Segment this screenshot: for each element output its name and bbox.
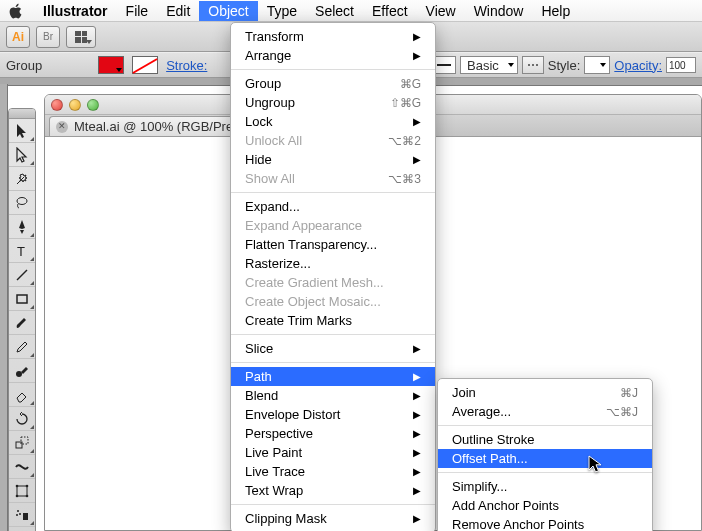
direct-selection-tool[interactable] bbox=[9, 143, 35, 167]
scale-tool[interactable] bbox=[9, 431, 35, 455]
symbol-sprayer-tool[interactable] bbox=[9, 503, 35, 527]
menu-type[interactable]: Type bbox=[258, 1, 306, 21]
line-tool[interactable] bbox=[9, 263, 35, 287]
apple-menu-icon[interactable] bbox=[8, 3, 24, 19]
menu-item-label: Blend bbox=[245, 388, 278, 403]
style-select[interactable] bbox=[584, 56, 610, 74]
path-menu-item-add-anchor-points[interactable]: Add Anchor Points bbox=[438, 496, 652, 515]
menu-item-label: Slice bbox=[245, 341, 273, 356]
stroke-swatch[interactable] bbox=[132, 56, 158, 74]
object-menu-item-expand-appearance: Expand Appearance bbox=[231, 216, 435, 235]
path-submenu: Join⌘JAverage...⌥⌘JOutline StrokeOffset … bbox=[437, 378, 653, 531]
submenu-arrow-icon: ▶ bbox=[413, 447, 421, 458]
object-menu-item-hide[interactable]: Hide▶ bbox=[231, 150, 435, 169]
type-tool[interactable]: T bbox=[9, 239, 35, 263]
pencil-tool[interactable] bbox=[9, 335, 35, 359]
object-menu-item-rasterize[interactable]: Rasterize... bbox=[231, 254, 435, 273]
close-window-button[interactable] bbox=[51, 99, 63, 111]
object-menu-item-create-trim-marks[interactable]: Create Trim Marks bbox=[231, 311, 435, 330]
object-menu-item-clipping-mask[interactable]: Clipping Mask▶ bbox=[231, 509, 435, 528]
menu-app-name[interactable]: Illustrator bbox=[34, 1, 117, 21]
rectangle-tool[interactable] bbox=[9, 287, 35, 311]
zoom-window-button[interactable] bbox=[87, 99, 99, 111]
object-menu-item-lock[interactable]: Lock▶ bbox=[231, 112, 435, 131]
object-menu-item-envelope-distort[interactable]: Envelope Distort▶ bbox=[231, 405, 435, 424]
object-menu-item-flatten-transparency[interactable]: Flatten Transparency... bbox=[231, 235, 435, 254]
rotate-tool[interactable] bbox=[9, 407, 35, 431]
menu-select[interactable]: Select bbox=[306, 1, 363, 21]
submenu-arrow-icon: ▶ bbox=[413, 154, 421, 165]
menu-item-label: Flatten Transparency... bbox=[245, 237, 377, 252]
menu-item-label: Ungroup bbox=[245, 95, 295, 110]
width-tool[interactable] bbox=[9, 455, 35, 479]
submenu-arrow-icon: ▶ bbox=[413, 371, 421, 382]
submenu-arrow-icon: ▶ bbox=[413, 343, 421, 354]
path-menu-item-remove-anchor-points[interactable]: Remove Anchor Points bbox=[438, 515, 652, 531]
tools-panel: T bbox=[8, 108, 36, 531]
object-menu-item-ungroup[interactable]: Ungroup⇧⌘G bbox=[231, 93, 435, 112]
object-menu-item-transform[interactable]: Transform▶ bbox=[231, 27, 435, 46]
object-menu-item-perspective[interactable]: Perspective▶ bbox=[231, 424, 435, 443]
fill-swatch[interactable] bbox=[98, 56, 124, 74]
submenu-arrow-icon: ▶ bbox=[413, 409, 421, 420]
graph-tool[interactable] bbox=[9, 527, 35, 531]
selection-tool[interactable] bbox=[9, 119, 35, 143]
magic-wand-tool[interactable] bbox=[9, 167, 35, 191]
path-menu-item-average[interactable]: Average...⌥⌘J bbox=[438, 402, 652, 421]
menu-object[interactable]: Object bbox=[199, 1, 257, 21]
svg-point-11 bbox=[26, 494, 29, 497]
close-tab-icon[interactable]: ✕ bbox=[56, 121, 68, 133]
stroke-panel-link[interactable]: Stroke: bbox=[166, 58, 207, 73]
menu-help[interactable]: Help bbox=[532, 1, 579, 21]
object-menu-item-blend[interactable]: Blend▶ bbox=[231, 386, 435, 405]
menu-view[interactable]: View bbox=[417, 1, 465, 21]
menu-item-label: Unlock All bbox=[245, 133, 302, 148]
menu-shortcut: ⌘J bbox=[620, 386, 638, 400]
pen-tool[interactable] bbox=[9, 215, 35, 239]
menu-window[interactable]: Window bbox=[465, 1, 533, 21]
path-menu-item-simplify[interactable]: Simplify... bbox=[438, 477, 652, 496]
blob-brush-tool[interactable] bbox=[9, 359, 35, 383]
menu-item-label: Show All bbox=[245, 171, 295, 186]
menu-item-label: Perspective bbox=[245, 426, 313, 441]
object-menu-item-text-wrap[interactable]: Text Wrap▶ bbox=[231, 481, 435, 500]
tools-panel-grip[interactable] bbox=[9, 109, 35, 119]
menu-item-label: Live Paint bbox=[245, 445, 302, 460]
submenu-arrow-icon: ▶ bbox=[413, 466, 421, 477]
menu-item-label: Clipping Mask bbox=[245, 511, 327, 526]
arrange-documents-button[interactable] bbox=[66, 26, 96, 48]
submenu-arrow-icon: ▶ bbox=[413, 485, 421, 496]
menu-effect[interactable]: Effect bbox=[363, 1, 417, 21]
minimize-window-button[interactable] bbox=[69, 99, 81, 111]
path-menu-item-offset-path[interactable]: Offset Path... bbox=[438, 449, 652, 468]
free-transform-tool[interactable] bbox=[9, 479, 35, 503]
object-menu-item-expand[interactable]: Expand... bbox=[231, 197, 435, 216]
opacity-panel-link[interactable]: Opacity: bbox=[614, 58, 662, 73]
illustrator-icon[interactable]: Ai bbox=[6, 26, 30, 48]
object-menu-item-create-object-mosaic: Create Object Mosaic... bbox=[231, 292, 435, 311]
object-menu-dropdown: Transform▶Arrange▶Group⌘GUngroup⇧⌘GLock▶… bbox=[230, 22, 436, 531]
menu-item-label: Create Trim Marks bbox=[245, 313, 352, 328]
object-menu-item-live-paint[interactable]: Live Paint▶ bbox=[231, 443, 435, 462]
bridge-icon[interactable]: Br bbox=[36, 26, 60, 48]
object-menu-item-arrange[interactable]: Arrange▶ bbox=[231, 46, 435, 65]
path-menu-item-join[interactable]: Join⌘J bbox=[438, 383, 652, 402]
menu-item-label: Envelope Distort bbox=[245, 407, 340, 422]
lasso-tool[interactable] bbox=[9, 191, 35, 215]
object-menu-item-group[interactable]: Group⌘G bbox=[231, 74, 435, 93]
variable-width-profile[interactable] bbox=[522, 56, 544, 74]
object-menu-item-live-trace[interactable]: Live Trace▶ bbox=[231, 462, 435, 481]
eraser-tool[interactable] bbox=[9, 383, 35, 407]
paintbrush-tool[interactable] bbox=[9, 311, 35, 335]
path-menu-item-outline-stroke[interactable]: Outline Stroke bbox=[438, 430, 652, 449]
svg-point-9 bbox=[26, 484, 29, 487]
menu-shortcut: ⌥⌘3 bbox=[388, 172, 421, 186]
svg-rect-3 bbox=[17, 295, 27, 303]
opacity-input[interactable]: 100 bbox=[666, 57, 696, 73]
menu-edit[interactable]: Edit bbox=[157, 1, 199, 21]
object-menu-item-slice[interactable]: Slice▶ bbox=[231, 339, 435, 358]
menu-file[interactable]: File bbox=[117, 1, 158, 21]
svg-point-8 bbox=[16, 484, 19, 487]
object-menu-item-path[interactable]: Path▶ bbox=[231, 367, 435, 386]
brush-select[interactable]: Basic bbox=[460, 56, 518, 74]
